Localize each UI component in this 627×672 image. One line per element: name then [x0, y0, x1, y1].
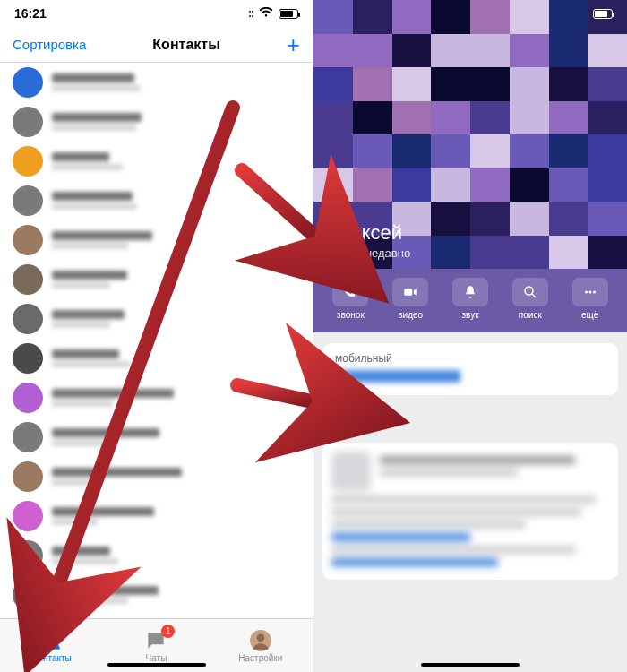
contact-text-blurred — [52, 507, 300, 525]
avatar-icon — [249, 629, 272, 652]
home-indicator[interactable] — [107, 663, 206, 667]
contact-text-blurred — [52, 468, 300, 486]
contact-text-blurred — [52, 349, 300, 367]
status-bar-left: 16:21 :: — [0, 0, 313, 27]
svg-point-7 — [593, 291, 596, 294]
avatar — [13, 383, 43, 413]
contact-row[interactable] — [0, 378, 313, 418]
bell-icon — [452, 278, 488, 306]
action-label: звук — [461, 310, 478, 320]
more-button[interactable]: ещё — [560, 278, 620, 320]
action-label: ещё — [581, 310, 598, 320]
svg-point-2 — [256, 633, 264, 642]
add-contact-button[interactable]: + — [287, 36, 300, 54]
svg-rect-3 — [404, 289, 412, 296]
tab-label: Контакты — [33, 653, 72, 663]
contact-text-blurred — [52, 271, 300, 289]
contact-row[interactable] — [0, 142, 313, 181]
tab-underline — [324, 429, 373, 432]
phone-number-blurred — [335, 370, 460, 383]
chats-badge: 1 — [161, 625, 175, 638]
home-indicator[interactable] — [421, 663, 520, 667]
contact-row[interactable] — [0, 260, 313, 299]
action-label: поиск — [519, 310, 542, 320]
more-icon — [572, 278, 608, 306]
page-title: Контакты — [152, 37, 219, 53]
links-feed[interactable] — [322, 443, 618, 580]
video-icon — [392, 278, 428, 306]
contact-row[interactable] — [0, 575, 313, 615]
contact-row[interactable] — [0, 536, 313, 575]
contact-row[interactable] — [0, 496, 313, 536]
phone-contacts: 16:21 :: Сортировка Контакты + Контакты — [0, 0, 314, 672]
contacts-list[interactable] — [0, 63, 313, 618]
mobile-label: мобильный — [335, 352, 606, 365]
svg-point-6 — [588, 291, 591, 294]
tab-label: Настройки — [238, 653, 282, 663]
tab-contacts[interactable]: Контакты — [0, 619, 104, 672]
avatar — [13, 107, 43, 137]
svg-point-4 — [525, 287, 533, 295]
avatar — [13, 146, 43, 177]
avatar — [13, 501, 43, 531]
action-label: видео — [398, 310, 423, 320]
profile-name: Алексей — [326, 221, 614, 245]
profile-status: был(а) недавно — [326, 246, 614, 260]
contact-text-blurred — [52, 310, 300, 328]
signal-icon: :: — [248, 7, 253, 20]
status-time: 16:21 — [14, 6, 47, 21]
contacts-header: Сортировка Контакты + — [0, 27, 313, 63]
contact-text-blurred — [52, 547, 300, 564]
avatar — [13, 540, 43, 571]
contact-text-blurred — [52, 231, 300, 249]
contact-row[interactable] — [0, 63, 313, 102]
contact-text-blurred — [52, 586, 300, 604]
feed-content-blurred — [331, 452, 609, 566]
profile-actions: звонок видео звук поиск ещё — [314, 269, 627, 332]
contact-text-blurred — [52, 73, 300, 91]
contact-text-blurred — [52, 192, 300, 210]
avatar — [13, 461, 43, 492]
contact-row[interactable] — [0, 102, 313, 142]
contact-text-blurred — [52, 152, 300, 170]
phone-number-card[interactable]: мобильный — [322, 343, 618, 395]
person-icon — [40, 629, 64, 652]
search-icon — [512, 278, 548, 306]
video-button[interactable]: видео — [381, 278, 441, 320]
contact-row[interactable] — [0, 457, 313, 496]
profile-section-tabs: Ссылки — [324, 408, 616, 432]
wifi-icon — [259, 6, 273, 21]
battery-icon — [279, 9, 298, 19]
contact-row[interactable] — [0, 418, 313, 457]
svg-point-0 — [48, 633, 56, 641]
contact-row[interactable] — [0, 220, 313, 260]
mute-button[interactable]: звук — [441, 278, 501, 320]
contact-row[interactable] — [0, 181, 313, 220]
sort-button[interactable]: Сортировка — [13, 37, 86, 52]
contact-text-blurred — [52, 113, 300, 131]
tab-label: Чаты — [146, 653, 167, 663]
battery-icon — [593, 9, 613, 19]
search-button[interactable]: поиск — [500, 278, 560, 320]
profile-name-block: Алексей был(а) недавно — [314, 221, 627, 269]
phone-icon — [332, 278, 368, 306]
avatar — [13, 264, 43, 295]
phone-profile: 16:22 :: Алексей был(а) недавно звонок — [314, 0, 627, 672]
contact-row[interactable] — [0, 299, 313, 339]
links-tab[interactable]: Ссылки — [324, 409, 368, 423]
avatar — [13, 225, 43, 255]
avatar — [13, 304, 43, 334]
avatar — [13, 343, 43, 374]
contact-text-blurred — [52, 428, 300, 446]
contact-row[interactable] — [0, 339, 313, 378]
contact-text-blurred — [52, 389, 300, 407]
avatar — [13, 580, 43, 610]
tab-settings[interactable]: Настройки — [209, 619, 313, 672]
avatar — [13, 422, 43, 452]
call-button[interactable]: звонок — [321, 278, 381, 320]
svg-point-5 — [585, 291, 588, 294]
status-icons: :: — [248, 6, 298, 21]
profile-hero: 16:22 :: Алексей был(а) недавно — [314, 0, 627, 269]
action-label: звонок — [337, 310, 365, 320]
avatar — [13, 67, 43, 98]
